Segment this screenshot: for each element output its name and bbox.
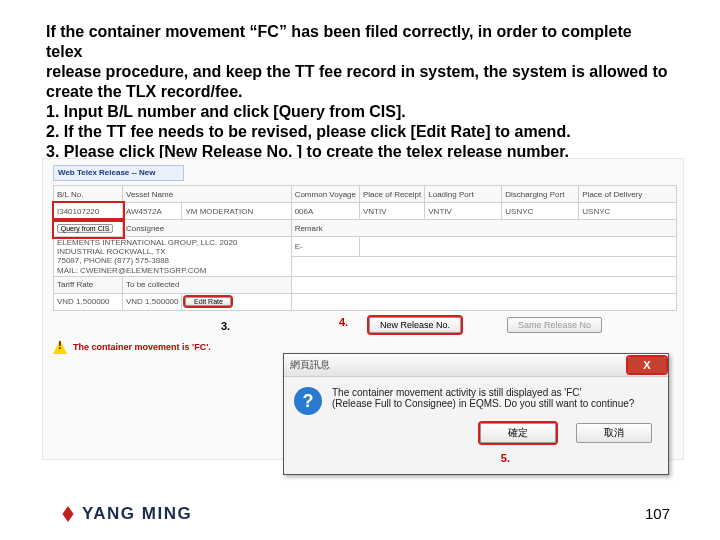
dialog-msg-line: The container movement activity is still… bbox=[332, 387, 581, 398]
confirm-dialog: 網頁訊息 X ? The container movement activity… bbox=[283, 353, 669, 475]
page-number: 107 bbox=[645, 505, 670, 522]
consignee-line: ELEMENTS INTERNATIONAL GROUP, LLC. 2020 bbox=[57, 238, 237, 247]
edit-rate-button[interactable]: Edit Rate bbox=[185, 297, 231, 306]
instruction-line: release procedure, and keep the TT fee r… bbox=[46, 62, 670, 82]
label-common-voyage: Common Voyage bbox=[291, 186, 359, 203]
value-remark-row2 bbox=[291, 256, 676, 276]
close-icon[interactable]: X bbox=[628, 357, 666, 373]
label-place-of-delivery: Place of Delivery bbox=[579, 186, 677, 203]
blank-cell bbox=[291, 276, 676, 293]
value-loading-port: VNTIV bbox=[425, 203, 502, 220]
value-common-voyage: 006A bbox=[291, 203, 359, 220]
warning-text: The container movement is 'FC'. bbox=[73, 342, 211, 352]
window-title-tab: Web Telex Release -- New bbox=[53, 165, 184, 181]
brand-logo: YANG MING bbox=[60, 504, 192, 524]
release-button-row: New Release No. Same Release No bbox=[259, 317, 602, 333]
dialog-message: The container movement activity is still… bbox=[332, 387, 634, 415]
step-marker-5: 5. bbox=[501, 452, 510, 464]
instruction-line: create the TLX record/fee. bbox=[46, 82, 670, 102]
consignee-line: 75087, PHONE (877) 575-3888 bbox=[57, 256, 169, 265]
query-from-cis-button[interactable]: Query from CIS bbox=[54, 220, 123, 237]
value-place-of-receipt: VNTIV bbox=[360, 203, 425, 220]
instruction-line: If the container movement “FC” has been … bbox=[46, 22, 670, 62]
label-to-be-collected: To be collected bbox=[123, 276, 292, 293]
dialog-titlebar: 網頁訊息 X bbox=[284, 354, 668, 377]
same-release-button[interactable]: Same Release No bbox=[507, 317, 602, 333]
value-consignee: ELEMENTS INTERNATIONAL GROUP, LLC. 2020 … bbox=[54, 237, 291, 277]
form-grid: B/L No. Vessel Name Common Voyage Place … bbox=[53, 185, 677, 311]
value-to-be-collected: VND 1,500000 bbox=[123, 293, 182, 310]
label-remark: Remark bbox=[291, 220, 676, 237]
consignee-line: INDUSTRIAL ROCKWALL, TX bbox=[57, 247, 166, 256]
label-blno: B/L No. bbox=[54, 186, 123, 203]
ok-button[interactable]: 確定 bbox=[480, 423, 556, 443]
value-email-type: E- bbox=[291, 237, 359, 257]
value-vessel-code: AW4572A bbox=[123, 203, 182, 220]
logo-icon bbox=[60, 506, 76, 522]
query-from-cis-label: Query from CIS bbox=[57, 224, 113, 233]
dialog-msg-line: (Release Full to Consignee) in EQMS. Do … bbox=[332, 398, 634, 409]
value-place-of-delivery: USNYC bbox=[579, 203, 677, 220]
instruction-text: If the container movement “FC” has been … bbox=[46, 22, 670, 162]
dialog-title: 網頁訊息 bbox=[290, 358, 330, 372]
value-vessel-name: YM MODERATION bbox=[182, 203, 291, 220]
value-discharging-port: USNYC bbox=[502, 203, 579, 220]
warning-icon bbox=[53, 340, 67, 354]
app-screenshot: Web Telex Release -- New B/L No. Vessel … bbox=[42, 158, 684, 460]
instruction-step2: 2. If the TT fee needs to be revised, pl… bbox=[46, 122, 670, 142]
cancel-button[interactable]: 取消 bbox=[576, 423, 652, 443]
label-place-of-receipt: Place of Receipt bbox=[360, 186, 425, 203]
blank-cell bbox=[291, 293, 676, 310]
consignee-line: MAIL: CWEINER@ELEMENTSGRP.COM bbox=[57, 266, 206, 275]
label-loading-port: Loading Port bbox=[425, 186, 502, 203]
label-vessel-name: Vessel Name bbox=[123, 186, 292, 203]
brand-name: YANG MING bbox=[82, 504, 192, 524]
step-marker-3: 3. bbox=[221, 320, 230, 332]
value-remark bbox=[360, 237, 677, 257]
dialog-button-bar: 確定 取消 bbox=[284, 419, 668, 443]
value-tariff-rate: VND 1,500000 bbox=[54, 293, 123, 310]
new-release-button[interactable]: New Release No. bbox=[369, 317, 461, 333]
label-consignee: Consignee bbox=[123, 220, 292, 237]
instruction-step1: 1. Input B/L number and click [Query fro… bbox=[46, 102, 670, 122]
question-icon: ? bbox=[294, 387, 322, 415]
edit-rate-cell: Edit Rate bbox=[182, 293, 291, 310]
dialog-body: ? The container movement activity is sti… bbox=[284, 377, 668, 419]
label-discharging-port: Discharging Port bbox=[502, 186, 579, 203]
input-blno[interactable]: I340107220 bbox=[54, 203, 123, 220]
label-tariff-rate: Tariff Rate bbox=[54, 276, 123, 293]
